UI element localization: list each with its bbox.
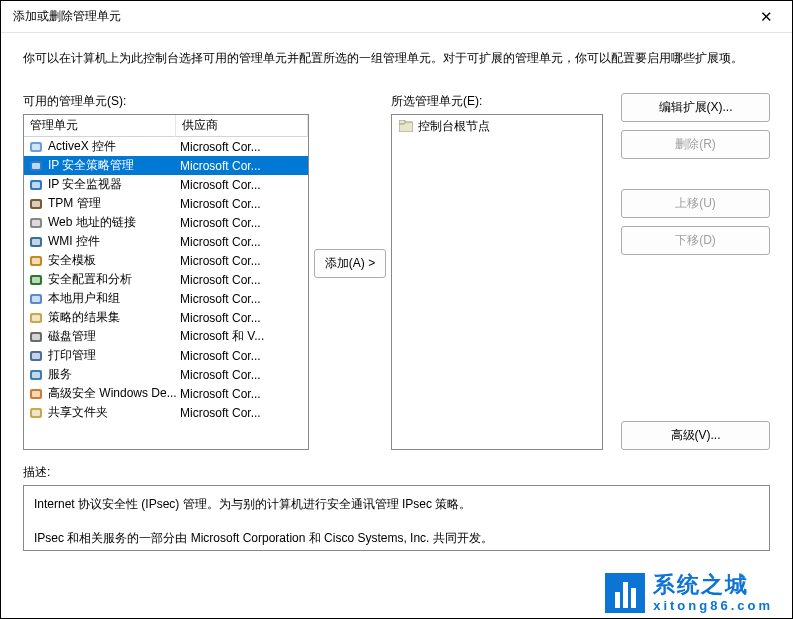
- list-header-name[interactable]: 管理单元: [24, 114, 176, 137]
- users-icon: [28, 292, 44, 306]
- policy-icon: [28, 311, 44, 325]
- list-row-name: TPM 管理: [48, 195, 101, 212]
- services-icon: [28, 368, 44, 382]
- link-icon: [28, 216, 44, 230]
- window-title: 添加或删除管理单元: [13, 8, 121, 25]
- move-down-button[interactable]: 下移(D): [621, 226, 770, 255]
- add-button[interactable]: 添加(A) >: [314, 249, 386, 278]
- description-line2: IPsec 和相关服务的一部分由 Microsoft Corporation 和…: [34, 528, 759, 548]
- folder-icon: [398, 119, 414, 133]
- svg-rect-5: [32, 182, 40, 188]
- list-row-name: 磁盘管理: [48, 328, 96, 345]
- disk-icon: [28, 330, 44, 344]
- selected-treebox[interactable]: 控制台根节点: [391, 114, 603, 450]
- list-row-vendor: Microsoft Cor...: [176, 158, 308, 174]
- list-row[interactable]: IP 安全策略管理Microsoft Cor...: [24, 156, 308, 175]
- svg-rect-1: [32, 144, 40, 150]
- list-row[interactable]: 安全配置和分析Microsoft Cor...: [24, 270, 308, 289]
- list-row-name: 安全模板: [48, 252, 96, 269]
- list-row-name: ActiveX 控件: [48, 138, 116, 155]
- list-row-vendor: Microsoft Cor...: [176, 234, 308, 250]
- svg-rect-13: [32, 258, 40, 264]
- list-row-name: 安全配置和分析: [48, 271, 132, 288]
- list-row-vendor: Microsoft Cor...: [176, 367, 308, 383]
- list-row[interactable]: 服务Microsoft Cor...: [24, 365, 308, 384]
- svg-rect-3: [32, 163, 40, 169]
- list-row-name: 共享文件夹: [48, 404, 108, 421]
- remove-button[interactable]: 删除(R): [621, 130, 770, 159]
- selected-label: 所选管理单元(E):: [391, 93, 603, 110]
- list-row[interactable]: 安全模板Microsoft Cor...: [24, 251, 308, 270]
- advanced-button[interactable]: 高级(V)...: [621, 421, 770, 450]
- svg-rect-19: [32, 315, 40, 321]
- svg-rect-11: [32, 239, 40, 245]
- svg-rect-25: [32, 372, 40, 378]
- list-row[interactable]: 本地用户和组Microsoft Cor...: [24, 289, 308, 308]
- tree-root[interactable]: 控制台根节点: [394, 117, 600, 135]
- list-row-name: 本地用户和组: [48, 290, 120, 307]
- list-row-vendor: Microsoft Cor...: [176, 405, 308, 421]
- watermark-text-en: xitong86.com: [653, 599, 773, 612]
- window-icon: [28, 140, 44, 154]
- list-row-vendor: Microsoft Cor...: [176, 310, 308, 326]
- firewall-icon: [28, 387, 44, 401]
- list-row[interactable]: 策略的结果集Microsoft Cor...: [24, 308, 308, 327]
- chip-icon: [28, 197, 44, 211]
- move-up-button[interactable]: 上移(U): [621, 189, 770, 218]
- list-row[interactable]: TPM 管理Microsoft Cor...: [24, 194, 308, 213]
- watermark-logo-icon: [605, 573, 645, 613]
- list-row-vendor: Microsoft Cor...: [176, 215, 308, 231]
- intro-text: 你可以在计算机上为此控制台选择可用的管理单元并配置所选的一组管理单元。对于可扩展…: [23, 49, 770, 67]
- svg-rect-7: [32, 201, 40, 207]
- list-row-name: 服务: [48, 366, 72, 383]
- list-row[interactable]: 共享文件夹Microsoft Cor...: [24, 403, 308, 422]
- svg-rect-9: [32, 220, 40, 226]
- watermark: 系统之城 xitong86.com: [605, 573, 773, 613]
- list-header: 管理单元 供应商: [24, 115, 308, 137]
- list-row-vendor: Microsoft Cor...: [176, 196, 308, 212]
- share-icon: [28, 406, 44, 420]
- svg-rect-27: [32, 391, 40, 397]
- description-line1: Internet 协议安全性 (IPsec) 管理。为与别的计算机进行安全通讯管…: [34, 494, 759, 514]
- list-row-vendor: Microsoft Cor...: [176, 253, 308, 269]
- list-row[interactable]: ActiveX 控件Microsoft Cor...: [24, 137, 308, 156]
- list-row[interactable]: WMI 控件Microsoft Cor...: [24, 232, 308, 251]
- analysis-icon: [28, 273, 44, 287]
- close-button[interactable]: ✕: [744, 3, 788, 31]
- list-row-name: WMI 控件: [48, 233, 100, 250]
- gear-icon: [28, 235, 44, 249]
- list-row[interactable]: 磁盘管理Microsoft 和 V...: [24, 327, 308, 346]
- list-row-name: IP 安全策略管理: [48, 157, 134, 174]
- list-row-vendor: Microsoft Cor...: [176, 348, 308, 364]
- list-row-vendor: Microsoft 和 V...: [176, 327, 308, 346]
- list-row-name: IP 安全监视器: [48, 176, 122, 193]
- svg-rect-29: [32, 410, 40, 416]
- list-row[interactable]: Web 地址的链接Microsoft Cor...: [24, 213, 308, 232]
- available-label: 可用的管理单元(S):: [23, 93, 309, 110]
- list-row-vendor: Microsoft Cor...: [176, 139, 308, 155]
- list-row-vendor: Microsoft Cor...: [176, 177, 308, 193]
- description-box: Internet 协议安全性 (IPsec) 管理。为与别的计算机进行安全通讯管…: [23, 485, 770, 551]
- svg-rect-15: [32, 277, 40, 283]
- list-row-name: Web 地址的链接: [48, 214, 136, 231]
- list-header-vendor[interactable]: 供应商: [176, 114, 308, 137]
- svg-rect-21: [32, 334, 40, 340]
- list-row-name: 策略的结果集: [48, 309, 120, 326]
- svg-rect-31: [399, 120, 405, 124]
- printer-icon: [28, 349, 44, 363]
- edit-extensions-button[interactable]: 编辑扩展(X)...: [621, 93, 770, 122]
- list-row[interactable]: IP 安全监视器Microsoft Cor...: [24, 175, 308, 194]
- watermark-text-cn: 系统之城: [653, 574, 773, 596]
- list-row[interactable]: 打印管理Microsoft Cor...: [24, 346, 308, 365]
- list-row-vendor: Microsoft Cor...: [176, 386, 308, 402]
- available-listbox[interactable]: 管理单元 供应商 ActiveX 控件Microsoft Cor...IP 安全…: [23, 114, 309, 450]
- list-row-vendor: Microsoft Cor...: [176, 291, 308, 307]
- list-row[interactable]: 高级安全 Windows De...Microsoft Cor...: [24, 384, 308, 403]
- list-row-name: 打印管理: [48, 347, 96, 364]
- shield-icon: [28, 159, 44, 173]
- list-row-name: 高级安全 Windows De...: [48, 385, 176, 402]
- description-label: 描述:: [23, 464, 770, 481]
- svg-rect-23: [32, 353, 40, 359]
- monitor-icon: [28, 178, 44, 192]
- template-icon: [28, 254, 44, 268]
